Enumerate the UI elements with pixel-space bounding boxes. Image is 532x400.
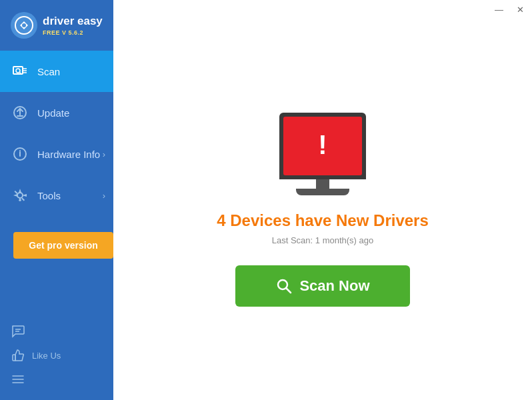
tools-icon [11, 187, 29, 203]
logo-area: driver easy FREE V 5.6.2 [0, 0, 113, 51]
menu-icon [11, 372, 25, 387]
svg-point-3 [16, 69, 20, 73]
sidebar-bottom: Like Us [0, 315, 113, 400]
get-pro-button[interactable]: Get pro version [13, 232, 113, 259]
logo-row: driver easy FREE V 5.6.2 [11, 12, 103, 39]
svg-rect-17 [13, 355, 15, 361]
sidebar-item-update[interactable]: Update [0, 92, 113, 133]
title-bar: — ✕ [113, 0, 532, 19]
app-version: FREE V 5.6.2 [43, 29, 103, 36]
like-us-button[interactable]: Like Us [11, 345, 103, 365]
logo-svg [15, 16, 33, 35]
close-button[interactable]: ✕ [514, 4, 527, 15]
scan-now-icon [275, 277, 293, 295]
sidebar-item-tools[interactable]: Tools › [0, 175, 113, 216]
hardware-info-arrow: › [103, 149, 105, 159]
monitor-screen: ! [279, 113, 366, 179]
svg-line-22 [286, 288, 291, 293]
sidebar-item-update-label: Update [37, 107, 69, 119]
sidebar-item-scan-label: Scan [37, 66, 60, 77]
app-title: driver easy [43, 15, 103, 28]
status-heading: 4 Devices have New Drivers [217, 211, 429, 230]
update-icon [11, 105, 29, 121]
scan-now-button[interactable]: Scan Now [235, 265, 409, 307]
logo-icon [11, 12, 37, 39]
sidebar-item-hardware-info-label: Hardware Info [37, 149, 100, 160]
tools-arrow: › [103, 191, 105, 201]
main-content: ! 4 Devices have New Drivers Last Scan: … [113, 19, 532, 400]
sidebar-item-scan[interactable]: Scan [0, 51, 113, 92]
menu-button[interactable] [11, 369, 103, 389]
thumbs-up-icon [11, 348, 25, 363]
logo-text-block: driver easy FREE V 5.6.2 [43, 15, 103, 36]
hardware-info-icon [11, 146, 29, 162]
chat-icon [11, 324, 25, 339]
svg-point-14 [17, 193, 23, 198]
svg-point-13 [19, 150, 21, 151]
sidebar: driver easy FREE V 5.6.2 Scan [0, 0, 113, 400]
exclamation-mark: ! [318, 131, 327, 158]
scan-now-label: Scan Now [299, 277, 369, 295]
sidebar-item-hardware-info[interactable]: Hardware Info › [0, 133, 113, 175]
svg-point-1 [22, 23, 26, 27]
monitor-base [296, 189, 349, 195]
like-us-label: Like Us [32, 351, 61, 361]
monitor-neck [316, 179, 329, 189]
monitor-screen-inner: ! [283, 117, 362, 175]
sidebar-item-tools-label: Tools [37, 190, 61, 201]
chat-button[interactable] [11, 321, 103, 341]
minimize-button[interactable]: — [492, 4, 506, 15]
get-pro-wrapper: Get pro version [0, 216, 113, 265]
scan-icon [11, 63, 29, 79]
last-scan-text: Last Scan: 1 month(s) ago [272, 235, 373, 245]
monitor-illustration: ! [279, 113, 366, 195]
